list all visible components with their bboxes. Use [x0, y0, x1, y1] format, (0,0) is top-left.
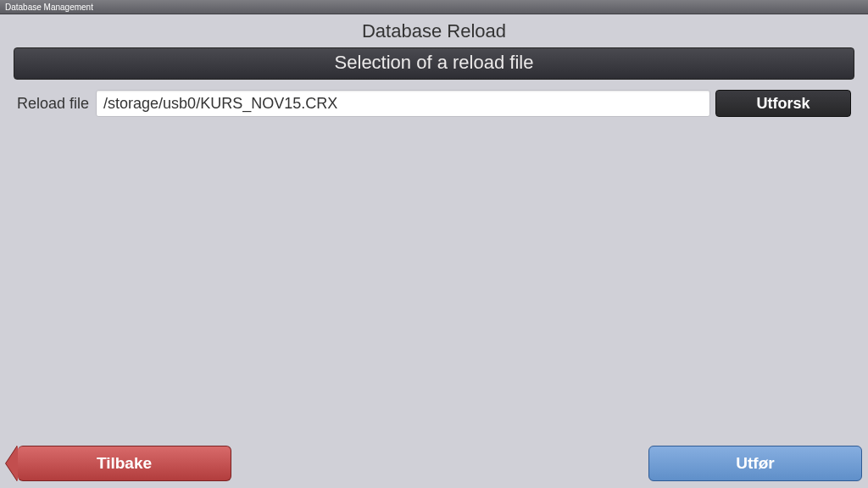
- back-button[interactable]: Tilbake: [18, 446, 231, 481]
- reload-file-input[interactable]: [96, 90, 710, 117]
- back-button-label: Tilbake: [97, 454, 152, 472]
- main-content: Database Reload Selection of a reload fi…: [0, 14, 868, 488]
- page-title: Database Reload: [14, 20, 854, 42]
- section-header: Selection of a reload file: [14, 47, 854, 80]
- back-arrow-icon: [6, 446, 18, 481]
- execute-button[interactable]: Utfør: [648, 446, 862, 481]
- footer-bar: Tilbake Utfør: [0, 440, 868, 488]
- reload-file-row: Reload file Utforsk: [14, 90, 854, 117]
- window-title: Database Management: [5, 3, 93, 12]
- execute-button-label: Utfør: [736, 454, 774, 472]
- browse-button[interactable]: Utforsk: [715, 90, 851, 117]
- window-titlebar: Database Management: [0, 0, 868, 14]
- reload-file-label: Reload file: [17, 95, 89, 113]
